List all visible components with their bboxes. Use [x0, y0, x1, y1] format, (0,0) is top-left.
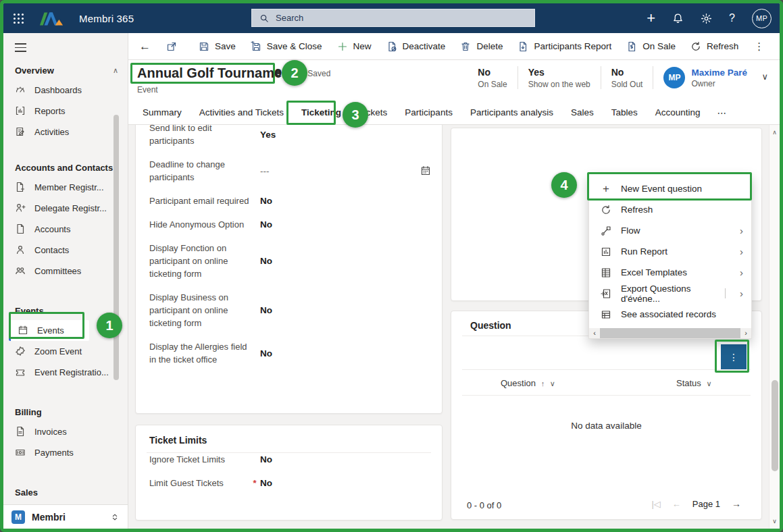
sidebar-scrollbar-thumb[interactable] — [113, 115, 119, 380]
submenu-chevron-icon: › — [740, 225, 743, 236]
form-row-email-required[interactable]: Participant email required No — [136, 194, 442, 207]
participants-report-button[interactable]: Participants Report — [510, 33, 619, 60]
quick-create-icon[interactable]: + — [647, 11, 655, 26]
scroll-up-icon[interactable]: ∧ — [769, 129, 780, 136]
search-icon — [259, 14, 270, 23]
banknote-icon — [15, 447, 26, 458]
run-report-icon — [601, 246, 611, 257]
menu-item-run-report[interactable]: Run Report › — [589, 241, 751, 262]
deactivate-button[interactable]: Deactivate — [379, 33, 453, 60]
column-header-status[interactable]: Status ∨ — [676, 378, 712, 388]
tabs-overflow-icon[interactable]: ⋯ — [709, 107, 736, 118]
page-title-overlay: Annual Golf Tournament — [137, 65, 295, 81]
new-button[interactable]: New — [330, 33, 379, 60]
app-name: Membri 365 — [79, 13, 134, 24]
scroll-down-icon[interactable]: ∨ — [769, 518, 780, 525]
more-commands-icon[interactable]: ⋮ — [746, 41, 772, 53]
popout-button[interactable] — [159, 33, 184, 60]
environment-badge: M — [11, 510, 25, 524]
app-launcher-icon[interactable] — [14, 14, 24, 24]
pager-next-icon[interactable]: → — [732, 498, 741, 509]
tab-participants[interactable]: Participants — [396, 107, 461, 117]
subgrid-more-options-button[interactable]: ⋮ — [721, 344, 747, 370]
empty-grid-message: No data available — [451, 421, 761, 431]
header-collapse-chevron-icon[interactable]: ∨ — [761, 72, 768, 82]
form-row-hide-anonymous[interactable]: Hide Anonymous Option No — [136, 218, 442, 231]
reports-icon — [15, 105, 26, 116]
on-sale-button[interactable]: On Sale — [619, 33, 683, 60]
scroll-right-icon[interactable]: › — [740, 328, 751, 338]
calendar-picker-icon[interactable] — [420, 165, 431, 176]
refresh-button[interactable]: Refresh — [683, 33, 746, 60]
sidebar-item-invoices[interactable]: Invoices — [3, 421, 128, 442]
sidebar-item-event-registrations[interactable]: Event Registratio... — [3, 362, 128, 383]
global-search-box[interactable] — [251, 9, 535, 27]
tab-participants-analysis[interactable]: Participants analysis — [461, 107, 562, 117]
scrollbar-thumb[interactable] — [772, 380, 778, 471]
sidebar-item-accounts[interactable]: Accounts — [3, 219, 128, 240]
sidebar-group-overview: Overview ∧ — [3, 55, 128, 80]
excel-icon — [601, 267, 611, 278]
tab-sales[interactable]: Sales — [562, 107, 603, 117]
user-avatar[interactable]: MP — [752, 9, 772, 28]
owner-name-link[interactable]: Maxime Paré — [691, 68, 747, 78]
menu-item-flow[interactable]: Flow › — [589, 220, 751, 241]
help-icon[interactable]: ? — [729, 12, 735, 24]
settings-gear-icon[interactable] — [701, 13, 712, 24]
hamburger-menu-icon[interactable] — [15, 43, 26, 52]
back-arrow-icon[interactable]: ← — [131, 40, 159, 53]
tab-summary[interactable]: Summary — [134, 107, 191, 117]
chevron-up-icon[interactable]: ∧ — [113, 66, 118, 75]
sidebar-item-activities[interactable]: Activities — [3, 122, 128, 142]
main-vertical-scrollbar[interactable]: ∧ ∨ — [769, 125, 780, 529]
delete-button[interactable]: Delete — [453, 33, 510, 60]
form-row-send-link[interactable]: Send link to edit participants Yes — [136, 125, 442, 147]
up-down-chevrons-icon — [110, 512, 120, 522]
menu-item-refresh[interactable]: Refresh — [589, 199, 751, 220]
owner-field[interactable]: MP Maxime Paré Owner — [663, 67, 747, 88]
save-and-close-button[interactable]: Save & Close — [243, 33, 330, 60]
tab-tables[interactable]: Tables — [603, 107, 647, 117]
menu-horizontal-scrollbar[interactable]: ‹ › — [589, 328, 751, 338]
menu-item-new-event-question[interactable]: + New Event question — [589, 178, 751, 199]
scroll-left-icon[interactable]: ‹ — [589, 328, 600, 338]
required-asterisk: * — [249, 478, 260, 488]
environment-switcher[interactable]: M Membri — [3, 504, 128, 529]
sidebar-item-delegate-registrations[interactable]: Delegate Registr... — [3, 198, 128, 219]
search-input[interactable] — [274, 12, 504, 24]
menu-item-see-associated-records[interactable]: See associated records — [589, 304, 751, 325]
flow-icon — [601, 225, 611, 236]
sidebar-item-dashboards[interactable]: Dashboards — [3, 80, 128, 101]
form-row-display-fonction[interactable]: Display Fonction on participant on onlin… — [136, 242, 442, 280]
form-row-deadline[interactable]: Deadline to change participants --- — [136, 158, 442, 184]
form-row-display-business[interactable]: Display Business on participant on onlin… — [136, 291, 442, 329]
ticket-limits-card: Ticket Limits Ignore Ticket Limits No Li… — [135, 425, 443, 521]
scrollbar-thumb[interactable] — [600, 328, 740, 338]
form-row-limit-guest-tickets[interactable]: Limit Guest Tickets * No — [136, 477, 442, 489]
share-button[interactable]: Share ∨ — [772, 39, 783, 54]
tab-accounting[interactable]: Accounting — [647, 107, 709, 117]
owner-avatar: MP — [663, 67, 685, 88]
divider — [462, 369, 751, 370]
menu-item-excel-templates[interactable]: Excel Templates › — [589, 262, 751, 283]
form-row-ignore-ticket-limits[interactable]: Ignore Ticket Limits No — [136, 453, 442, 466]
tab-ticketing[interactable]: Ticketing — [293, 107, 350, 117]
notifications-bell-icon[interactable] — [672, 13, 684, 24]
sidebar-item-zoom-event[interactable]: Zoom Event — [3, 341, 128, 362]
sidebar-item-events[interactable]: Events — [9, 320, 89, 341]
column-header-question[interactable]: Question ↑ ∨ — [501, 378, 555, 388]
main-pane: ← Save Save & Close New Deactivate — [128, 33, 780, 529]
sidebar-item-payments[interactable]: Payments — [3, 442, 128, 463]
sidebar-item-contacts[interactable]: Contacts — [3, 240, 128, 261]
sidebar-item-committees[interactable]: Committees — [3, 261, 128, 282]
pager-first-page-icon[interactable]: |◁ — [651, 499, 660, 509]
menu-item-export-questions[interactable]: Export Questions d'événe... › — [589, 283, 751, 304]
on-sale-document-icon — [626, 41, 637, 52]
form-row-display-allergies[interactable]: Display the Allergies field in the ticke… — [136, 340, 442, 366]
pager-previous-icon[interactable]: ← — [672, 499, 681, 509]
tab-tickets[interactable]: Tickets — [350, 107, 396, 117]
sidebar-item-member-registrations[interactable]: Member Registr... — [3, 177, 128, 198]
tab-activities-and-tickets[interactable]: Activities and Tickets — [191, 107, 293, 117]
sidebar-item-reports[interactable]: Reports — [3, 101, 128, 122]
save-button[interactable]: Save — [191, 33, 243, 60]
